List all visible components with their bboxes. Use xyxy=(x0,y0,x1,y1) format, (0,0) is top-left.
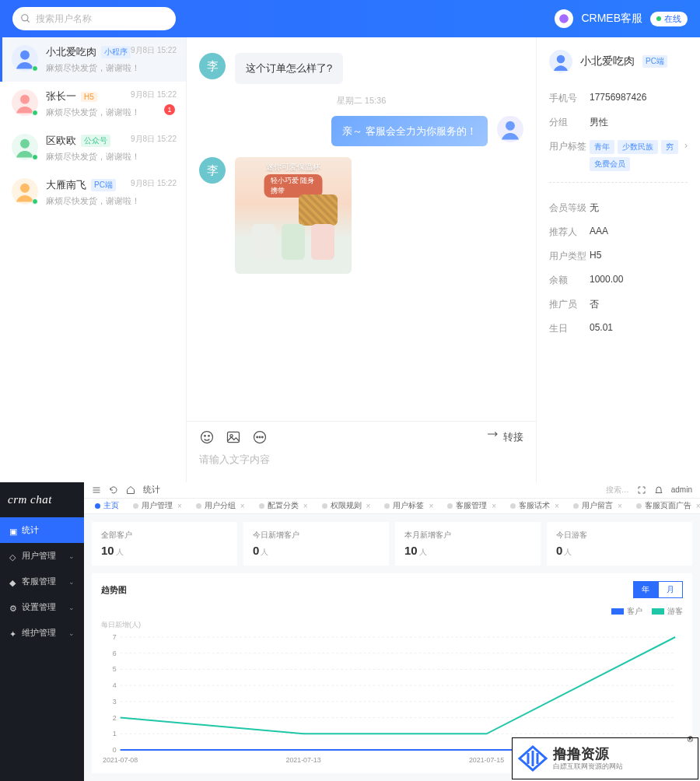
user-tag[interactable]: 少数民族 xyxy=(618,140,658,154)
refresh-icon[interactable] xyxy=(109,485,118,495)
conversation-item[interactable]: 小北爱吃肉小程序 麻烦尽快发货，谢谢啦！ 9月8日 15:22 xyxy=(0,37,186,82)
fullscreen-icon[interactable] xyxy=(637,485,646,495)
tab[interactable]: 权限规则× xyxy=(317,499,376,515)
time-divider: 星期二 15:36 xyxy=(199,95,523,107)
svg-text:2021-07-15: 2021-07-15 xyxy=(469,756,504,764)
sender-avatar: 李 xyxy=(199,157,226,184)
svg-point-0 xyxy=(22,15,28,21)
chevron-down-icon: ⌄ xyxy=(68,552,75,560)
info-row: 推荐人AAA xyxy=(549,226,688,239)
svg-point-9 xyxy=(20,184,30,193)
emoji-icon[interactable] xyxy=(199,429,215,445)
svg-point-19 xyxy=(259,436,261,438)
chat-main: 李这个订单怎么样了?星期二 15:36亲～ 客服会全力为你服务的！李迷你可爱保温… xyxy=(187,37,537,482)
tab[interactable]: 主页 xyxy=(90,499,124,515)
tab[interactable]: 客服管理× xyxy=(443,499,501,515)
stat-card: 今日新增客户0人 xyxy=(243,522,389,566)
agent-name: CRMEB客服 xyxy=(581,12,642,26)
breadcrumb: 统计 xyxy=(143,484,160,496)
user-info-panel: 小北爱吃肉 PC端 手机号17756987426分组男性 用户标签 青年少数民族… xyxy=(537,37,700,482)
stat-card: 本月新增客户10人 xyxy=(395,522,541,566)
svg-point-12 xyxy=(201,432,213,443)
menu-item[interactable]: ◆客服管理⌄ xyxy=(0,569,84,594)
search-input[interactable]: 搜索用户名称 xyxy=(12,7,176,30)
svg-text:6: 6 xyxy=(113,650,117,657)
message-bubble: 这个订单怎么样了? xyxy=(235,53,343,84)
message-row: 李迷你可爱保温杯轻小巧爱 随身携带 xyxy=(199,157,523,274)
user-avatar xyxy=(549,50,572,73)
close-icon[interactable]: × xyxy=(429,502,433,510)
conversation-list: 小北爱吃肉小程序 麻烦尽快发货，谢谢啦！ 9月8日 15:22 张长一H5 麻烦… xyxy=(0,37,187,482)
stat-card: 全部客户10人 xyxy=(92,522,237,566)
user-tag[interactable]: 免费会员 xyxy=(590,157,630,171)
tab[interactable]: 用户标签× xyxy=(380,499,438,515)
unread-badge: 1 xyxy=(164,104,175,115)
svg-point-11 xyxy=(506,121,515,130)
info-row: 分组男性 xyxy=(549,116,688,129)
online-status[interactable]: 在线 xyxy=(650,12,688,26)
conversation-item[interactable]: 大雁南飞PC端 麻烦尽快发货，谢谢啦！ 9月8日 15:22 xyxy=(0,170,186,215)
close-icon[interactable]: × xyxy=(177,502,182,510)
svg-point-1 xyxy=(560,14,569,23)
menu-item[interactable]: ✦维护管理⌄ xyxy=(0,620,84,646)
bell-icon[interactable] xyxy=(654,485,663,495)
more-icon[interactable] xyxy=(252,429,268,445)
stats-row: 全部客户10人今日新增客户0人本月新增客户10人今日游客0人 xyxy=(84,514,700,573)
chat-bubble-icon xyxy=(558,13,569,24)
more-tags-icon[interactable]: › xyxy=(684,140,688,151)
tab[interactable]: 客服页面广告× xyxy=(632,499,700,515)
transfer-icon xyxy=(486,431,499,443)
svg-text:4: 4 xyxy=(113,681,117,689)
svg-point-5 xyxy=(20,95,30,104)
svg-point-18 xyxy=(257,436,258,438)
menu-icon[interactable] xyxy=(92,485,101,495)
tab[interactable]: 配置分类× xyxy=(254,499,313,515)
sender-avatar: 李 xyxy=(199,53,226,79)
info-row: 推广员否 xyxy=(549,298,688,311)
menu-item[interactable]: ⚙设置管理⌄ xyxy=(0,594,84,620)
brand-logo: crm chat xyxy=(0,482,84,517)
close-icon[interactable]: × xyxy=(492,502,496,510)
tab[interactable]: 用户管理× xyxy=(128,499,187,515)
user-avatar xyxy=(12,89,38,116)
image-icon[interactable] xyxy=(226,429,241,445)
close-icon[interactable]: × xyxy=(240,502,245,510)
close-icon[interactable]: × xyxy=(366,502,371,510)
admin-search[interactable]: 搜索… xyxy=(606,485,629,496)
image-message[interactable]: 迷你可爱保温杯轻小巧爱 随身携带 xyxy=(235,157,352,274)
message-area: 李这个订单怎么样了?星期二 15:36亲～ 客服会全力为你服务的！李迷你可爱保温… xyxy=(187,37,536,421)
svg-text:2021-07-08: 2021-07-08 xyxy=(103,756,138,764)
tab[interactable]: 用户留言× xyxy=(569,499,627,515)
close-icon[interactable]: × xyxy=(303,502,308,510)
conversation-item[interactable]: 区欧欧公众号 麻烦尽快发货，谢谢啦！ 9月8日 15:22 xyxy=(0,126,186,170)
watermark: ® 撸撸资源 白嫖互联网资源的网站 xyxy=(512,737,698,779)
watermark-logo-icon xyxy=(517,743,548,774)
close-icon[interactable]: × xyxy=(555,502,559,510)
current-user[interactable]: admin xyxy=(671,485,692,494)
menu-item[interactable]: ◇用户管理⌄ xyxy=(0,543,84,569)
conversation-item[interactable]: 张长一H5 麻烦尽快发货，谢谢啦！ 9月8日 15:22 1 xyxy=(0,82,186,126)
svg-text:2: 2 xyxy=(113,714,117,722)
tab[interactable]: 客服话术× xyxy=(506,499,564,515)
user-tags: 青年少数民族穷免费会员 xyxy=(590,140,684,171)
transfer-button[interactable]: 转接 xyxy=(486,430,523,444)
message-input[interactable]: 请输入文字内容 xyxy=(199,453,523,475)
user-avatar xyxy=(12,134,38,160)
svg-point-3 xyxy=(20,51,30,60)
user-tag[interactable]: 穷 xyxy=(661,140,678,154)
svg-point-7 xyxy=(20,139,30,149)
close-icon[interactable]: × xyxy=(618,502,622,510)
agent-avatar[interactable] xyxy=(555,9,573,28)
chevron-down-icon: ⌄ xyxy=(68,604,75,611)
search-icon xyxy=(20,13,31,24)
svg-point-13 xyxy=(205,436,206,437)
user-tag[interactable]: 青年 xyxy=(590,140,614,154)
svg-text:7: 7 xyxy=(113,633,117,641)
tab[interactable]: 用户分组× xyxy=(191,499,250,515)
menu-item[interactable]: ▣统计 xyxy=(0,517,84,543)
message-bubble: 亲～ 客服会全力为你服务的！ xyxy=(331,116,488,147)
close-icon[interactable]: × xyxy=(696,502,700,510)
range-toggle[interactable]: 年 月 xyxy=(633,581,683,598)
svg-text:2021-07-13: 2021-07-13 xyxy=(285,756,320,764)
home-icon[interactable] xyxy=(126,485,135,495)
